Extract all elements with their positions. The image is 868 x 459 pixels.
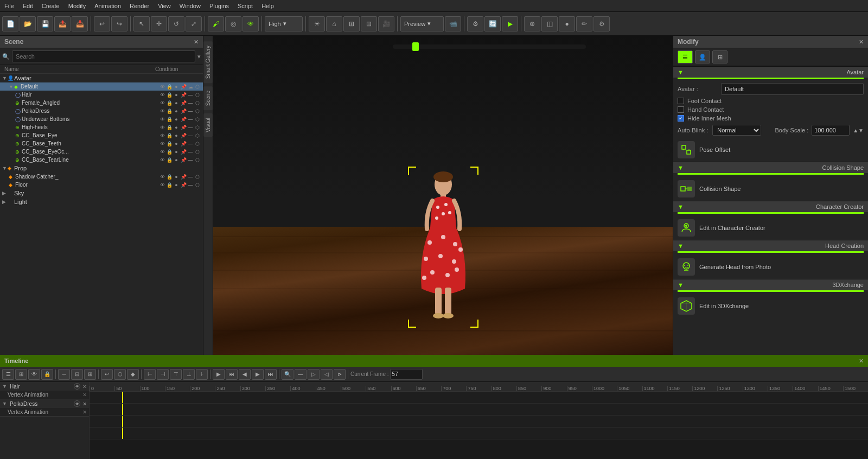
floor-node[interactable]: ◆ Floor 👁🔒●📌—⬡ [0,181,203,189]
move-btn[interactable]: ✛ [151,16,167,31]
select-btn[interactable]: ↖ [133,16,150,31]
autoblink-select[interactable]: Normal Fast Slow Off [712,125,761,136]
light-group-header[interactable]: ▶ Light [0,197,203,206]
modify-tab-grid[interactable]: ⊞ [712,50,727,63]
tl-nextf-btn[interactable]: ▶ [252,369,264,380]
generate-head-btn[interactable]: Generate Head from Photo [673,255,868,279]
menu-file[interactable]: File [0,2,18,10]
tl-prev-btn[interactable]: ⏮ [226,369,238,380]
edit-in-cc-btn[interactable]: Edit in Character Creator [673,216,868,240]
head-creation-section-header[interactable]: ▼ Head Creation [673,240,868,251]
timeline-playhead[interactable] [412,42,419,51]
track-hair-sub-close[interactable]: ✕ [82,392,87,398]
snap-btn[interactable]: ⊕ [524,16,540,31]
track-polkadress-eye[interactable]: 👁 [74,400,80,407]
sky-group-header[interactable]: ▶ Sky [0,189,203,197]
edit-in-3dx-btn[interactable]: Edit in 3DXchange [673,294,868,318]
tl-merge-btn[interactable]: ⊞ [84,369,96,380]
layer-btn[interactable]: ◫ [541,16,558,31]
video-btn[interactable]: 📹 [445,16,461,31]
cc-tearline-node[interactable]: ⊕ CC_Base_TearLine 👁🔒●📌—⬡ [0,156,203,164]
foot-contact-checkbox[interactable] [678,98,684,104]
polkadress-node[interactable]: ◯ PolkaDress 👁🔒●📌—⬡ [0,107,203,115]
menu-render[interactable]: Render [125,2,154,10]
tl-p1-btn[interactable]: ⊢ [144,369,156,380]
collision-shape-btn[interactable]: Collision Shape [673,177,868,201]
timeline-ruler[interactable]: 0 50 100 150 200 250 300 350 400 450 500… [90,382,868,459]
tl-lock-btn[interactable]: 🔒 [41,369,53,380]
avatar-section-header[interactable]: ▼ Avatar [673,66,868,78]
settings-btn[interactable]: ⚙ [593,16,610,31]
hand-contact-checkbox[interactable] [678,106,684,113]
preview-dropdown[interactable]: Preview ▾ [400,16,444,31]
underwear-node[interactable]: ◯ Underwear Bottoms 👁🔒●📌—⬡ [0,115,203,123]
undo-btn[interactable]: ↩ [94,16,110,31]
tl-p5-btn[interactable]: ⊦ [196,369,208,380]
character-creator-section-header[interactable]: ▼ Character Creator [673,201,868,212]
tl-menu-btn[interactable]: ☰ [2,369,14,380]
tl-add-btn[interactable]: ⊞ [15,369,27,380]
tl-zoom2-btn[interactable]: — [295,369,307,380]
tl-end-btn[interactable]: ⊳ [334,369,346,380]
timeline-close-icon[interactable]: ✕ [859,358,864,365]
scene-tab[interactable]: Scene [203,86,213,110]
timeline-slider[interactable] [393,44,586,49]
highheels-node[interactable]: ⊕ High-heels 👁🔒●📌—⬡ [0,123,203,131]
visual-tab[interactable]: Visual [203,113,213,137]
export-btn[interactable]: 📤 [54,16,71,31]
shadow-catcher-node[interactable]: ◆ Shadow Catcher_ 👁🔒●📌—⬡ [0,173,203,181]
physics-btn[interactable]: ⚙ [467,16,483,31]
menu-window[interactable]: Window [175,2,205,10]
scene-close-icon[interactable]: ✕ [194,39,199,46]
female-angled-node[interactable]: ⊕ Female_Angled 👁🔒●📌—⬡ [0,99,203,107]
tl-p4-btn[interactable]: ⊥ [183,369,195,380]
track-polkadress-sub-close[interactable]: ✕ [82,409,87,415]
tl-undo2-btn[interactable]: ⬡ [114,369,126,380]
redo-btn[interactable]: ↪ [111,16,127,31]
prop-group-header[interactable]: ▼ ◆ Prop [0,164,203,173]
quality-dropdown[interactable]: High ▾ [265,16,303,31]
save-file-btn[interactable]: 💾 [37,16,53,31]
menu-help[interactable]: Help [257,2,278,10]
tl-p3-btn[interactable]: ⊤ [170,369,182,380]
cloth-btn[interactable]: 🔄 [484,16,501,31]
body-scale-input[interactable] [812,125,850,136]
menu-create[interactable]: Create [37,2,64,10]
default-node[interactable]: ▼ ◆ Default 👁 🔒 ● 📌 ☁ ⬡ [0,82,203,91]
menu-script[interactable]: Script [233,2,257,10]
tl-next-btn[interactable]: ⏭ [265,369,277,380]
menu-modify[interactable]: Modify [64,2,90,10]
rotate-btn[interactable]: ↺ [168,16,184,31]
menu-edit[interactable]: Edit [18,2,37,10]
tl-zoom-btn[interactable]: 🔍 [282,369,293,380]
hair-node[interactable]: ◯ Hair 👁🔒●📌—⬡ [0,91,203,99]
fit-btn[interactable]: ⊞ [343,16,360,31]
tl-split-btn[interactable]: ⊟ [71,369,83,380]
home-btn[interactable]: ⌂ [326,16,342,31]
tl-mute-btn[interactable]: ◁ [321,369,333,380]
tl-prevf-btn[interactable]: ◀ [239,369,251,380]
cc-eye-node[interactable]: ⊕ CC_Base_Eye 👁🔒●📌—⬡ [0,131,203,139]
threedxchange-section-header[interactable]: ▼ 3DXchange [673,279,868,290]
track-polkadress-close[interactable]: ✕ [82,401,87,407]
scale-btn[interactable]: ⤢ [186,16,202,31]
menu-animation[interactable]: Animation [90,2,125,10]
physics-on-btn[interactable]: ▶ [502,16,518,31]
tl-p2-btn[interactable]: ⊣ [157,369,169,380]
current-frame-input[interactable] [390,369,423,380]
avatar-group-header[interactable]: ▼ 👤 Avatar [0,74,203,82]
search-options-icon[interactable]: ▾ [197,53,201,60]
import-btn[interactable]: 📥 [72,16,88,31]
track-hair-eye[interactable]: 👁 [74,383,80,390]
avatar-name-input[interactable] [721,83,864,95]
camera-btn[interactable]: 🎥 [378,16,394,31]
collision-section-header[interactable]: ▼ Collision Shape [673,162,868,173]
tl-move-btn[interactable]: ↔ [58,369,70,380]
smart-gallery-tab[interactable]: Smart Gallery [203,41,213,83]
new-file-btn[interactable]: 📄 [2,16,18,31]
edit-btn[interactable]: ✏ [576,16,592,31]
body-scale-arrows[interactable]: ▲▼ [853,127,864,133]
grid-btn[interactable]: ⊟ [361,16,377,31]
eye-btn[interactable]: 👁 [242,16,259,31]
tl-play2-btn[interactable]: ▶ [213,369,225,380]
